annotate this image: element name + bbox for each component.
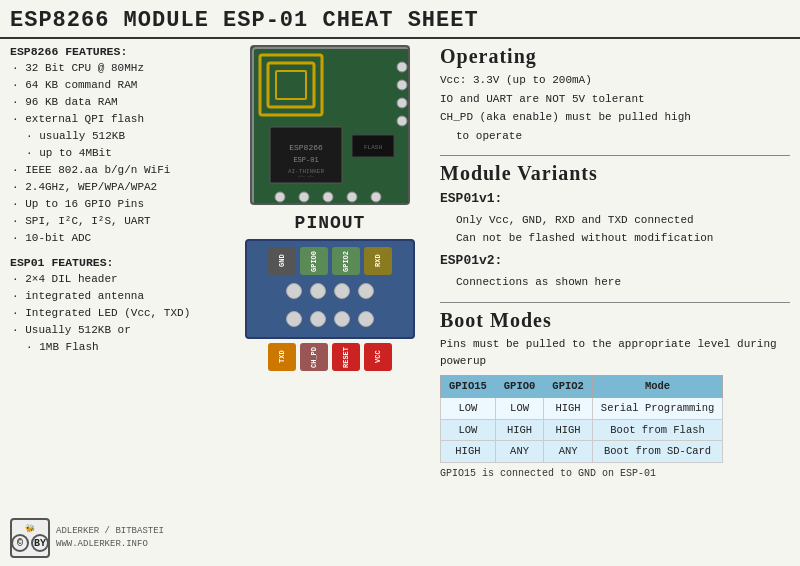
cell-gpio0: ANY: [495, 441, 544, 463]
esp01v1-title: ESP01v1:: [440, 189, 790, 210]
esp01v2-line-0: Connections as shown here: [456, 274, 790, 292]
brand-name: ADLERKER / BITBASTEI: [56, 525, 164, 538]
left-column: ESP8266 Features: 32 Bit CPU @ 80MHz 64 …: [10, 45, 220, 492]
boot-desc: Pins must be pulled to the appropriate l…: [440, 336, 790, 371]
variants-content: ESP01v1: Only Vcc, GND, RXD and TXD conn…: [440, 189, 790, 291]
module-image: ESP8266 ESP-01 AI-THINKER FLASH: [250, 45, 410, 205]
svg-point-15: [299, 192, 309, 202]
operating-title-text: Operating: [440, 45, 537, 67]
table-header-row: GPIO15 GPIO0 GPIO2 Mode: [441, 375, 723, 397]
pin-gpio2: GPIO2: [332, 247, 360, 275]
pin-hole: [310, 311, 326, 327]
pin-hole: [286, 283, 302, 299]
list-item: Up to 16 GPIO Pins: [12, 196, 220, 213]
col-mode: Mode: [592, 375, 722, 397]
by-circle: BY: [31, 534, 49, 552]
esp01v2-lines: Connections as shown here: [440, 274, 790, 292]
list-item: 32 Bit CPU @ 80MHz: [12, 60, 220, 77]
cell-gpio15: LOW: [441, 397, 496, 419]
footer-text: ADLERKER / BITBASTEI WWW.ADLERKER.INFO: [56, 525, 164, 550]
esp01-features-title: ESP01 Features:: [10, 256, 220, 269]
pin-dots-top-row: [255, 279, 405, 303]
operating-line-2: CH_PD (aka enable) must be pulled high: [440, 109, 790, 127]
pin-hole: [286, 311, 302, 327]
pinout-diagram: GND GPIO0 GPIO2 RXD: [245, 239, 415, 371]
list-item: 2.4GHz, WEP/WPA/WPA2: [12, 179, 220, 196]
svg-point-11: [397, 80, 407, 90]
cc-circle: ©: [11, 534, 29, 552]
list-item: usually 512KB: [12, 128, 220, 145]
pin-txd: TXD: [268, 343, 296, 371]
list-item: up to 4MBit: [12, 145, 220, 162]
col-gpio0: GPIO0: [495, 375, 544, 397]
list-item: 2×4 DIL header: [12, 271, 220, 288]
esp01v1-lines: Only Vcc, GND, RXD and TXD connected Can…: [440, 212, 790, 247]
operating-content: Vcc: 3.3V (up to 200mA) IO and UART are …: [440, 72, 790, 145]
brand-url: WWW.ADLERKER.INFO: [56, 538, 164, 551]
pin-hole: [334, 283, 350, 299]
cell-gpio2: HIGH: [544, 419, 593, 441]
page-title: ESP8266 Module ESP-01 Cheat Sheet: [0, 0, 800, 39]
bottom-pins-row: TXD CH_PD RESET VCC: [245, 343, 415, 371]
col-gpio2: GPIO2: [544, 375, 593, 397]
svg-point-17: [347, 192, 357, 202]
variants-title: Module Variants: [440, 162, 790, 185]
svg-text:FLASH: FLASH: [364, 144, 382, 151]
svg-point-10: [397, 62, 407, 72]
pin-hole: [310, 283, 326, 299]
cell-mode: Serial Programming: [592, 397, 722, 419]
operating-section: Operating Vcc: 3.3V (up to 200mA) IO and…: [440, 45, 790, 145]
pinout-board: GND GPIO0 GPIO2 RXD: [245, 239, 415, 339]
variants-title-text: Module Variants: [440, 162, 598, 184]
cell-gpio0: HIGH: [495, 419, 544, 441]
pin-reset: RESET: [332, 343, 360, 371]
operating-line-1: IO and UART are NOT 5V tolerant: [440, 91, 790, 109]
list-item: 64 KB command RAM: [12, 77, 220, 94]
top-pins-row: GND GPIO0 GPIO2 RXD: [255, 247, 405, 275]
list-item: external QPI flash: [12, 111, 220, 128]
pin-hole: [358, 311, 374, 327]
list-item: Integrated LED (Vcc, TXD): [12, 305, 220, 322]
boot-title-text: Boot Modes: [440, 309, 552, 331]
pin-dots-bottom-row: [255, 307, 405, 331]
pin-gnd: GND: [268, 247, 296, 275]
list-item: integrated antenna: [12, 288, 220, 305]
svg-text:AI-THINKER: AI-THINKER: [288, 168, 324, 175]
svg-point-18: [371, 192, 381, 202]
middle-column: ESP8266 ESP-01 AI-THINKER FLASH: [230, 45, 430, 492]
list-item: IEEE 802.aa b/g/n WiFi: [12, 162, 220, 179]
pin-vcc: VCC: [364, 343, 392, 371]
table-row: LOW LOW HIGH Serial Programming: [441, 397, 723, 419]
cell-gpio2: ANY: [544, 441, 593, 463]
list-item: SPI, I²C, I²S, UART: [12, 213, 220, 230]
pinout-title: Pinout: [295, 213, 366, 233]
cell-gpio15: LOW: [441, 419, 496, 441]
cell-gpio2: HIGH: [544, 397, 593, 419]
variants-section: Module Variants ESP01v1: Only Vcc, GND, …: [440, 162, 790, 291]
svg-text:ESP-01: ESP-01: [293, 156, 318, 164]
list-item: 1MB Flash: [12, 339, 220, 356]
pin-chpd: CH_PD: [300, 343, 328, 371]
esp8266-features-list: 32 Bit CPU @ 80MHz 64 KB command RAM 96 …: [10, 60, 220, 248]
boot-section: Boot Modes Pins must be pulled to the ap…: [440, 309, 790, 482]
esp01-features-list: 2×4 DIL header integrated antenna Integr…: [10, 271, 220, 356]
col-gpio15: GPIO15: [441, 375, 496, 397]
svg-point-16: [323, 192, 333, 202]
esp01v1-line-0: Only Vcc, GND, RXD and TXD connected: [456, 212, 790, 230]
cell-mode: Boot from SD-Card: [592, 441, 722, 463]
svg-point-14: [275, 192, 285, 202]
pin-rxd: RXD: [364, 247, 392, 275]
svg-text:⌒⌒: ⌒⌒: [297, 175, 315, 186]
esp01-features-section: ESP01 Features: 2×4 DIL header integrate…: [10, 256, 220, 356]
esp8266-features-section: ESP8266 Features: 32 Bit CPU @ 80MHz 64 …: [10, 45, 220, 248]
pin-hole: [334, 311, 350, 327]
list-item: 96 KB data RAM: [12, 94, 220, 111]
right-column: Operating Vcc: 3.3V (up to 200mA) IO and…: [440, 45, 790, 492]
boot-table: GPIO15 GPIO0 GPIO2 Mode LOW LOW HIGH Ser…: [440, 375, 723, 463]
pin-gpio0: GPIO0: [300, 247, 328, 275]
cc-license-icon: 🐝 © BY: [10, 518, 50, 558]
operating-title: Operating: [440, 45, 790, 68]
cell-gpio15: HIGH: [441, 441, 496, 463]
esp01v2-title: ESP01v2:: [440, 251, 790, 272]
list-item: Usually 512KB or: [12, 322, 220, 339]
